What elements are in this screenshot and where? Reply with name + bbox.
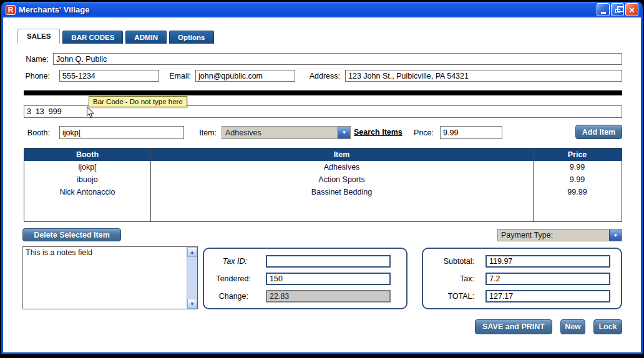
cell-item: Bassinet Bedding — [150, 186, 533, 198]
tab-options[interactable]: Options — [169, 31, 213, 44]
change-output — [266, 290, 391, 302]
total-output — [485, 290, 610, 302]
cell-item: Adhesives — [150, 161, 533, 173]
new-button[interactable]: New — [560, 319, 585, 334]
name-input[interactable] — [53, 53, 622, 65]
subtotal-output — [485, 255, 610, 268]
tab-bar: SALES BAR CODES ADMIN Options — [17, 29, 214, 44]
header-booth: Booth — [24, 148, 150, 161]
close-button[interactable]: × — [625, 3, 638, 16]
window-title: Merchants' Village — [19, 5, 593, 14]
delete-selected-item-button[interactable]: Delete Selected Item — [22, 228, 121, 241]
address-input[interactable] — [345, 70, 622, 82]
chevron-down-icon: ▼ — [338, 127, 350, 138]
notes-textarea[interactable]: This is a notes field — [23, 247, 187, 309]
tax-output — [485, 273, 610, 285]
scroll-up-icon[interactable]: ▲ — [187, 247, 197, 257]
restore-button[interactable] — [611, 3, 624, 16]
items-table: Booth Item Price ijokp[ Adhesives 9.99 i… — [24, 148, 622, 222]
total-label: TOTAL: — [423, 292, 485, 301]
save-and-print-button[interactable]: SAVE and PRINT — [475, 319, 552, 334]
app-logo-icon: R — [6, 5, 16, 15]
scroll-down-icon[interactable]: ▼ — [187, 299, 197, 309]
chevron-down-icon: ▼ — [609, 230, 622, 241]
minimize-button[interactable] — [597, 3, 610, 16]
window-body: SALES BAR CODES ADMIN Options Name: Phon… — [3, 17, 641, 352]
table-row[interactable]: ibuojo Action Sports 9.99 — [24, 173, 622, 186]
minimize-icon — [601, 12, 606, 14]
barcode-input[interactable] — [24, 105, 622, 118]
cell-booth: ijokp[ — [24, 161, 150, 173]
item-select-value: Adhesives — [222, 128, 338, 137]
table-row[interactable]: ijokp[ Adhesives 9.99 — [24, 161, 622, 173]
lock-button[interactable]: Lock — [593, 319, 622, 334]
cell-item: Action Sports — [150, 173, 533, 186]
tab-sales[interactable]: SALES — [17, 29, 60, 44]
name-label: Name: — [21, 55, 49, 64]
change-label: Change: — [204, 292, 266, 301]
close-icon: × — [629, 5, 634, 15]
mouse-cursor-icon — [86, 106, 94, 119]
cell-price: 9.99 — [533, 161, 622, 173]
price-input[interactable] — [440, 126, 502, 139]
booth-input[interactable] — [59, 126, 184, 139]
totals-panel: Subtotal: Tax: TOTAL: — [422, 248, 622, 309]
header-item: Item — [150, 148, 533, 161]
tendered-label: Tendered: — [204, 274, 266, 283]
search-items-link[interactable]: Search Items — [354, 128, 402, 137]
footer-actions: SAVE and PRINT New Lock — [475, 319, 622, 334]
restore-icon — [615, 9, 620, 13]
price-label: Price: — [407, 128, 434, 137]
item-select[interactable]: Adhesives ▼ — [222, 126, 351, 139]
tax-id-input[interactable] — [266, 255, 391, 268]
subtotal-label: Subtotal: — [423, 257, 485, 266]
notes-field-container: This is a notes field ▲ ▼ — [22, 246, 198, 309]
cell-booth: ibuojo — [24, 173, 150, 186]
cell-price: 99.99 — [533, 186, 622, 198]
table-row[interactable]: Nick Antonaccio Bassinet Bedding 99.99 — [24, 186, 622, 198]
email-input[interactable] — [195, 70, 295, 82]
phone-input[interactable] — [59, 70, 159, 82]
barcode-tooltip: Bar Code - Do not type here — [89, 96, 187, 107]
add-item-button[interactable]: Add Item — [575, 125, 622, 139]
phone-label: Phone: — [20, 72, 50, 80]
app-window: R Merchants' Village × SALES BAR CODES A… — [1, 2, 643, 354]
payment-type-value: Payment Type: — [498, 231, 609, 239]
cell-price: 9.99 — [533, 173, 622, 186]
tax-label: Tax: — [423, 274, 485, 283]
email-label: Email: — [162, 72, 191, 80]
header-price: Price — [533, 148, 622, 161]
booth-label: Booth: — [21, 128, 50, 137]
address-label: Address: — [300, 72, 340, 80]
tendered-input[interactable] — [266, 273, 391, 285]
cell-booth: Nick Antonaccio — [24, 186, 150, 198]
barcode-strip — [24, 90, 622, 95]
tax-id-label: Tax ID: — [204, 257, 266, 266]
titlebar: R Merchants' Village × — [3, 2, 641, 17]
item-label: Item: — [194, 128, 217, 137]
column-divider — [533, 148, 534, 221]
column-divider — [150, 148, 151, 221]
payment-type-select[interactable]: Payment Type: ▼ — [497, 229, 622, 241]
tab-bar-codes[interactable]: BAR CODES — [62, 31, 123, 44]
notes-scrollbar[interactable]: ▲ ▼ — [187, 247, 197, 309]
payment-panel: Tax ID: Tendered: Change: — [203, 248, 407, 309]
tab-admin[interactable]: ADMIN — [125, 31, 167, 44]
items-table-header: Booth Item Price — [24, 148, 622, 161]
